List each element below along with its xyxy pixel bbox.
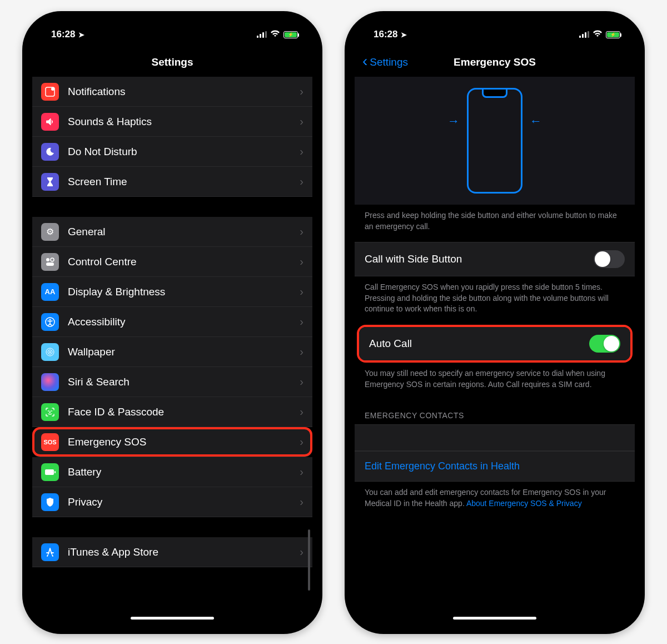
row-label: Battery: [68, 466, 300, 478]
chevron-right-icon: ›: [300, 285, 303, 298]
page-title: Settings: [152, 56, 193, 68]
row-screentime[interactable]: Screen Time ›: [32, 167, 312, 197]
svg-point-3: [51, 258, 54, 261]
accessibility-icon: [41, 313, 59, 331]
gear-icon: ⚙︎: [41, 223, 59, 241]
section-gap: [32, 517, 312, 537]
chevron-right-icon: ›: [300, 546, 303, 558]
battery-icon: ⚡: [283, 31, 298, 38]
sos-icon: SOS: [41, 433, 59, 451]
battery-row-icon: [41, 463, 59, 481]
chevron-right-icon: ›: [300, 465, 303, 478]
cell-signal-icon: [257, 31, 267, 38]
contacts-empty-row: [355, 424, 635, 451]
phone-frame-right: 16:28 ➤ ⚡ ‹ Settings Emergency SOS →: [345, 11, 645, 634]
sos-illustration: → ←: [355, 77, 635, 205]
svg-rect-4: [46, 262, 54, 266]
row-sounds[interactable]: Sounds & Haptics ›: [32, 107, 312, 137]
illustration-caption: Press and keep holding the side button a…: [355, 205, 635, 242]
row-emergency-sos[interactable]: SOS Emergency SOS ›: [32, 427, 312, 457]
row-label: Control Centre: [68, 256, 300, 268]
toggle-auto-call[interactable]: [589, 335, 620, 353]
svg-point-9: [49, 351, 51, 353]
row-label: Privacy: [68, 496, 300, 508]
svg-point-1: [51, 87, 54, 91]
wifi-icon: [270, 30, 280, 39]
row-label: Display & Brightness: [68, 286, 300, 298]
privacy-link[interactable]: About Emergency SOS & Privacy: [466, 499, 582, 508]
home-indicator[interactable]: [453, 617, 536, 620]
status-time: 16:28: [374, 29, 397, 40]
row-call-side-button[interactable]: Call with Side Button: [355, 242, 635, 276]
row-battery[interactable]: Battery ›: [32, 457, 312, 487]
arrow-left-icon: →: [447, 114, 460, 128]
contacts-footer: You can add and edit emergency contacts …: [355, 482, 635, 519]
chevron-right-icon: ›: [300, 115, 303, 128]
row-general[interactable]: ⚙︎ General ›: [32, 217, 312, 247]
row-wallpaper[interactable]: Wallpaper ›: [32, 337, 312, 367]
row-label: Sounds & Haptics: [68, 116, 300, 128]
edit-contacts-link[interactable]: Edit Emergency Contacts in Health: [355, 451, 635, 482]
notch: [114, 21, 231, 38]
row-label: Siri & Search: [68, 376, 300, 388]
auto-call-footer: You may still need to specify an emergen…: [355, 363, 635, 400]
side-button-footer: Call Emergency SOS when you rapidly pres…: [355, 276, 635, 325]
chevron-right-icon: ›: [300, 496, 303, 508]
control-centre-icon: [41, 253, 59, 271]
chevron-right-icon: ›: [300, 405, 303, 418]
svg-point-10: [48, 410, 49, 412]
row-accessibility[interactable]: Accessibility ›: [32, 307, 312, 337]
settings-list[interactable]: Notifications › Sounds & Haptics › Do No…: [32, 77, 312, 624]
phone-outline-icon: → ←: [467, 88, 522, 194]
status-time: 16:28: [51, 29, 75, 40]
row-appstore[interactable]: iTunes & App Store ›: [32, 537, 312, 567]
row-label: Wallpaper: [68, 346, 300, 358]
contacts-header: EMERGENCY CONTACTS: [355, 400, 635, 424]
section-gap: [32, 197, 312, 217]
row-privacy[interactable]: Privacy ›: [32, 487, 312, 517]
row-siri[interactable]: Siri & Search ›: [32, 367, 312, 397]
row-control-centre[interactable]: Control Centre ›: [32, 247, 312, 277]
row-label: Auto Call: [369, 338, 412, 350]
sos-content[interactable]: → ← Press and keep holding the side butt…: [355, 77, 635, 624]
hourglass-icon: [41, 173, 59, 191]
display-icon: AA: [41, 283, 59, 301]
arrow-right-icon: ←: [530, 114, 542, 128]
chevron-right-icon: ›: [300, 255, 303, 268]
row-dnd[interactable]: Do Not Disturb ›: [32, 137, 312, 167]
wifi-icon: [593, 30, 603, 39]
row-label: Call with Side Button: [365, 253, 462, 265]
chevron-left-icon: ‹: [362, 53, 367, 69]
toggle-call-side-button[interactable]: [594, 250, 625, 268]
back-button[interactable]: ‹ Settings: [362, 55, 408, 70]
screen-left: 16:28 ➤ ⚡ Settings Notifications ›: [32, 21, 312, 624]
svg-rect-13: [54, 471, 56, 473]
notifications-icon: [41, 83, 59, 101]
back-label: Settings: [370, 56, 408, 68]
faceid-icon: [41, 403, 59, 421]
row-label: Accessibility: [68, 316, 300, 328]
appstore-icon: [41, 543, 59, 561]
home-indicator[interactable]: [131, 617, 214, 620]
privacy-icon: [41, 493, 59, 511]
siri-icon: [41, 373, 59, 391]
chevron-right-icon: ›: [300, 85, 303, 98]
chevron-right-icon: ›: [300, 435, 303, 448]
svg-point-6: [49, 319, 51, 320]
row-faceid[interactable]: Face ID & Passcode ›: [32, 397, 312, 427]
page-title: Emergency SOS: [454, 56, 536, 68]
scroll-indicator[interactable]: [308, 529, 310, 591]
phone-frame-left: 16:28 ➤ ⚡ Settings Notifications ›: [22, 11, 322, 634]
row-notifications[interactable]: Notifications ›: [32, 77, 312, 107]
row-label: Do Not Disturb: [68, 146, 300, 158]
row-label: Screen Time: [68, 176, 300, 188]
location-icon: ➤: [78, 31, 84, 39]
row-auto-call[interactable]: Auto Call: [359, 327, 630, 360]
row-label: Notifications: [68, 86, 300, 98]
cell-signal-icon: [579, 31, 589, 38]
auto-call-highlight: Auto Call: [357, 325, 633, 363]
sounds-icon: [41, 113, 59, 131]
chevron-right-icon: ›: [300, 225, 303, 238]
row-display[interactable]: AA Display & Brightness ›: [32, 277, 312, 307]
chevron-right-icon: ›: [300, 145, 303, 158]
